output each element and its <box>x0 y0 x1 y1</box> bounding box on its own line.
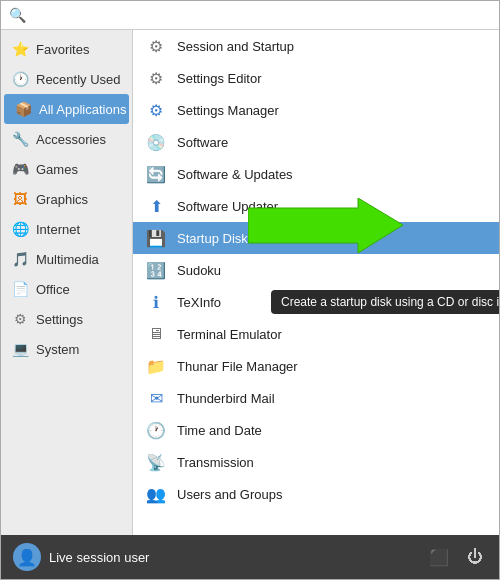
app-item-terminal-emulator[interactable]: 🖥 Terminal Emulator <box>133 318 499 350</box>
sidebar-item-multimedia[interactable]: 🎵 Multimedia <box>1 244 132 274</box>
monitor-button[interactable]: ⬛ <box>425 546 453 569</box>
app-label-session-startup: Session and Startup <box>177 39 294 54</box>
app-icon-session-startup: ⚙ <box>145 35 167 57</box>
sidebar-icon-office: 📄 <box>11 280 29 298</box>
app-item-time-and-date[interactable]: 🕐 Time and Date <box>133 414 499 446</box>
app-label-texinfo: TeXInfo <box>177 295 221 310</box>
sidebar-item-recently-used[interactable]: 🕐 Recently Used <box>1 64 132 94</box>
app-label-terminal-emulator: Terminal Emulator <box>177 327 282 342</box>
app-label-software: Software <box>177 135 228 150</box>
bottom-actions: ⬛ ⏻ <box>425 546 487 569</box>
sidebar-item-favorites[interactable]: ⭐ Favorites <box>1 34 132 64</box>
app-icon-sudoku: 🔢 <box>145 259 167 281</box>
app-label-settings-editor: Settings Editor <box>177 71 262 86</box>
app-item-session-startup[interactable]: ⚙ Session and Startup <box>133 30 499 62</box>
app-item-thunderbird-mail[interactable]: ✉ Thunderbird Mail <box>133 382 499 414</box>
app-icon-thunar-file-manager: 📁 <box>145 355 167 377</box>
sidebar-icon-internet: 🌐 <box>11 220 29 238</box>
app-icon-startup-disk-creator: 💾 <box>145 227 167 249</box>
app-icon-software-updates: 🔄 <box>145 163 167 185</box>
sidebar-icon-favorites: ⭐ <box>11 40 29 58</box>
sidebar-item-internet[interactable]: 🌐 Internet <box>1 214 132 244</box>
app-label-settings-manager: Settings Manager <box>177 103 279 118</box>
app-icon-users-and-groups: 👥 <box>145 483 167 505</box>
app-label-time-and-date: Time and Date <box>177 423 262 438</box>
app-label-thunar-file-manager: Thunar File Manager <box>177 359 298 374</box>
sidebar-label-multimedia: Multimedia <box>36 252 99 267</box>
sidebar-label-internet: Internet <box>36 222 80 237</box>
sidebar-icon-recently-used: 🕐 <box>11 70 29 88</box>
sidebar-label-accessories: Accessories <box>36 132 106 147</box>
app-icon-time-and-date: 🕐 <box>145 419 167 441</box>
sidebar-label-system: System <box>36 342 79 357</box>
sidebar-item-system[interactable]: 💻 System <box>1 334 132 364</box>
sidebar-icon-accessories: 🔧 <box>11 130 29 148</box>
avatar: 👤 <box>13 543 41 571</box>
app-item-settings-editor[interactable]: ⚙ Settings Editor <box>133 62 499 94</box>
app-icon-software: 💿 <box>145 131 167 153</box>
app-item-transmission[interactable]: 📡 Transmission <box>133 446 499 478</box>
app-label-thunderbird-mail: Thunderbird Mail <box>177 391 275 406</box>
app-item-startup-disk-creator[interactable]: 💾 Startup Disk Creator <box>133 222 499 254</box>
app-label-software-updates: Software & Updates <box>177 167 293 182</box>
app-icon-settings-manager: ⚙ <box>145 99 167 121</box>
sidebar-icon-graphics: 🖼 <box>11 190 29 208</box>
sidebar: ⭐ Favorites 🕐 Recently Used 📦 All Applic… <box>1 30 133 535</box>
search-bar: 🔍 <box>1 1 499 30</box>
app-label-sudoku: Sudoku <box>177 263 221 278</box>
sidebar-icon-games: 🎮 <box>11 160 29 178</box>
app-item-settings-manager[interactable]: ⚙ Settings Manager <box>133 94 499 126</box>
app-item-texinfo[interactable]: ℹ TeXInfo <box>133 286 499 318</box>
sidebar-item-accessories[interactable]: 🔧 Accessories <box>1 124 132 154</box>
sidebar-item-settings[interactable]: ⚙ Settings <box>1 304 132 334</box>
app-label-transmission: Transmission <box>177 455 254 470</box>
sidebar-label-settings: Settings <box>36 312 83 327</box>
app-item-software[interactable]: 💿 Software <box>133 126 499 158</box>
app-item-thunar-file-manager[interactable]: 📁 Thunar File Manager <box>133 350 499 382</box>
sidebar-item-office[interactable]: 📄 Office <box>1 274 132 304</box>
app-item-software-updates[interactable]: 🔄 Software & Updates <box>133 158 499 190</box>
app-icon-terminal-emulator: 🖥 <box>145 323 167 345</box>
search-icon: 🔍 <box>9 7 26 23</box>
app-item-software-updater[interactable]: ⬆ Software Updater <box>133 190 499 222</box>
power-button[interactable]: ⏻ <box>463 546 487 568</box>
app-item-users-and-groups[interactable]: 👥 Users and Groups <box>133 478 499 510</box>
bottom-bar: 👤 Live session user ⬛ ⏻ <box>1 535 499 579</box>
app-icon-thunderbird-mail: ✉ <box>145 387 167 409</box>
sidebar-icon-multimedia: 🎵 <box>11 250 29 268</box>
app-label-users-and-groups: Users and Groups <box>177 487 283 502</box>
sidebar-label-graphics: Graphics <box>36 192 88 207</box>
sidebar-label-recently-used: Recently Used <box>36 72 121 87</box>
app-icon-settings-editor: ⚙ <box>145 67 167 89</box>
app-icon-texinfo: ℹ <box>145 291 167 313</box>
sidebar-icon-settings: ⚙ <box>11 310 29 328</box>
user-section[interactable]: 👤 Live session user <box>13 543 149 571</box>
app-icon-transmission: 📡 <box>145 451 167 473</box>
search-input[interactable] <box>32 8 491 23</box>
app-list: Create a startup disk using a CD or disc… <box>133 30 499 535</box>
sidebar-icon-all-applications: 📦 <box>14 100 32 118</box>
app-label-software-updater: Software Updater <box>177 199 278 214</box>
sidebar-item-games[interactable]: 🎮 Games <box>1 154 132 184</box>
sidebar-label-all-applications: All Applications <box>39 102 126 117</box>
user-label: Live session user <box>49 550 149 565</box>
launcher-body: ⭐ Favorites 🕐 Recently Used 📦 All Applic… <box>1 30 499 535</box>
sidebar-label-office: Office <box>36 282 70 297</box>
sidebar-label-favorites: Favorites <box>36 42 89 57</box>
sidebar-item-all-applications[interactable]: 📦 All Applications <box>4 94 129 124</box>
sidebar-label-games: Games <box>36 162 78 177</box>
app-launcher: 🔍 ⭐ Favorites 🕐 Recently Used 📦 All Appl… <box>0 0 500 580</box>
app-item-sudoku[interactable]: 🔢 Sudoku <box>133 254 499 286</box>
sidebar-item-graphics[interactable]: 🖼 Graphics <box>1 184 132 214</box>
app-label-startup-disk-creator: Startup Disk Creator <box>177 231 295 246</box>
app-icon-software-updater: ⬆ <box>145 195 167 217</box>
sidebar-icon-system: 💻 <box>11 340 29 358</box>
